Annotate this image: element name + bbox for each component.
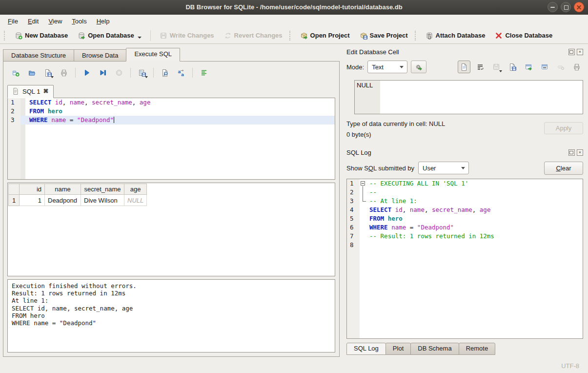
- sql-toolbar: aa: [7, 65, 335, 80]
- dock-tab-db-schema[interactable]: DB Schema: [410, 343, 459, 355]
- clear-button[interactable]: Clear: [544, 162, 583, 175]
- sql-token: "Deadpond": [417, 224, 454, 231]
- tab-browse-data[interactable]: Browse Data: [74, 49, 126, 62]
- dock-tab-remote[interactable]: Remote: [459, 343, 496, 355]
- sql-token: ,: [62, 99, 70, 106]
- toolbar-grip: [4, 31, 7, 41]
- column-header-id[interactable]: id: [20, 184, 45, 195]
- auto-apply-button[interactable]: [411, 61, 426, 73]
- menu-tools[interactable]: Tools: [67, 16, 91, 26]
- close-red-icon: [495, 32, 503, 40]
- mode-select[interactable]: Text: [367, 61, 407, 73]
- minimize-button[interactable]: [547, 2, 558, 12]
- chevron-down-icon: [145, 76, 148, 78]
- fold-margin: [20, 107, 25, 116]
- attach-database-button[interactable]: Attach Database: [421, 29, 490, 42]
- results-grid-area: idnamesecret_nameage11DeadpondDive Wilso…: [7, 183, 335, 276]
- save-sql-file-button[interactable]: [41, 66, 54, 79]
- database-open-icon: [78, 32, 85, 40]
- close-button[interactable]: [574, 2, 584, 12]
- sql-token: =: [406, 224, 417, 231]
- word-wrap-button[interactable]: [474, 61, 487, 73]
- log-filter-select[interactable]: User: [418, 162, 469, 174]
- sql-token: -- At line 1:: [369, 197, 417, 205]
- log-line-text: SELECT id, name, secret_name, age: [367, 206, 583, 214]
- sql-tab-close-icon[interactable]: ✖: [43, 88, 48, 94]
- titlebar[interactable]: DB Browser for SQLite - /home/user/code/…: [0, 0, 588, 15]
- results-table[interactable]: idnamesecret_nameage11DeadpondDive Wilso…: [8, 184, 147, 206]
- project-open-icon: [300, 32, 308, 40]
- message-line: At line 1:: [12, 297, 331, 304]
- cell-content-area[interactable]: [380, 81, 583, 114]
- cell-content-null: NULL: [355, 81, 380, 114]
- cell-editor-box[interactable]: NULL: [354, 80, 583, 114]
- dock-tab-plot[interactable]: Plot: [385, 343, 411, 355]
- fold-margin: [360, 223, 367, 232]
- toolbar-separator: [153, 68, 154, 78]
- fold-collapse-icon[interactable]: [361, 181, 365, 186]
- sql-file-tab[interactable]: SQL 1 ✖: [7, 85, 54, 98]
- text-mode-button[interactable]: [458, 61, 470, 73]
- menu-help[interactable]: Help: [92, 16, 115, 26]
- tab-execute-sql[interactable]: Execute SQL: [126, 48, 180, 62]
- window-title: DB Browser for SQLite - /home/user/code/…: [185, 3, 402, 11]
- column-header-secret_name[interactable]: secret_name: [81, 184, 124, 195]
- open-database-button[interactable]: Open Database: [73, 29, 146, 42]
- sql-token: FROM: [29, 107, 44, 115]
- column-header-age[interactable]: age: [124, 184, 147, 195]
- dock-close-icon[interactable]: ×: [577, 49, 583, 55]
- save-results-button[interactable]: [136, 66, 148, 79]
- fold-margin[interactable]: [360, 179, 367, 188]
- export-file-button[interactable]: [506, 61, 519, 73]
- menu-edit[interactable]: Edit: [23, 16, 43, 26]
- execute-all-button[interactable]: [81, 66, 93, 79]
- sql-token: hero: [388, 215, 403, 222]
- menu-view[interactable]: View: [43, 16, 67, 26]
- column-header-name[interactable]: name: [45, 184, 81, 195]
- open-sql-file-button[interactable]: [25, 66, 38, 79]
- menu-file[interactable]: File: [3, 16, 23, 26]
- apply-button[interactable]: Apply: [544, 122, 583, 134]
- dock-close-icon[interactable]: ×: [577, 149, 583, 156]
- table-cell[interactable]: Deadpond: [45, 195, 81, 206]
- maximize-button[interactable]: [561, 2, 571, 12]
- print-button[interactable]: [58, 66, 70, 79]
- log-line-text: FROM hero: [367, 214, 583, 223]
- sql-file-icon: [12, 87, 20, 95]
- log-line: 3-- At line 1:: [347, 197, 583, 206]
- execution-message-box[interactable]: Execution finished without errors.Result…: [7, 279, 335, 352]
- chevron-down-icon: [499, 70, 502, 72]
- open-project-button[interactable]: Open Project: [295, 29, 355, 42]
- dock-float-icon[interactable]: [568, 49, 575, 55]
- sql-log-view[interactable]: 1-- EXECUTING ALL IN 'SQL 1'2--3-- At li…: [346, 179, 583, 339]
- print-button[interactable]: [570, 61, 583, 73]
- find-replace-button[interactable]: aa: [175, 66, 187, 79]
- sql-file-tab-label: SQL 1: [22, 88, 40, 95]
- write-changes-icon: [160, 32, 167, 40]
- dock-float-icon[interactable]: [568, 149, 575, 156]
- execute-current-line-button[interactable]: [97, 66, 109, 79]
- find-button[interactable]: [159, 66, 171, 79]
- save-project-button[interactable]: Save Project: [355, 29, 413, 42]
- table-cell[interactable]: Dive Wilson: [81, 195, 124, 206]
- toolbar-separator: [150, 30, 151, 41]
- tab-database-structure[interactable]: Database Structure: [3, 49, 74, 62]
- format-sql-button[interactable]: [198, 66, 210, 79]
- table-row[interactable]: 11DeadpondDive WilsonNULL: [9, 195, 147, 206]
- sql-token: =: [66, 116, 77, 124]
- sql-token: secret_name: [92, 99, 132, 106]
- new-database-button[interactable]: New Database: [10, 29, 73, 42]
- open-database-label: Open Database: [88, 32, 134, 39]
- table-cell[interactable]: 1: [20, 195, 45, 206]
- revert-changes-icon: [224, 32, 232, 40]
- sql-token: [391, 206, 395, 213]
- open-external-button[interactable]: [522, 61, 535, 73]
- close-database-button[interactable]: Close Database: [490, 29, 557, 42]
- dock-tab-sql-log[interactable]: SQL Log: [346, 343, 386, 355]
- new-tab-button[interactable]: [9, 66, 22, 79]
- sql-editor[interactable]: 1SELECT id, name, secret_name, age2FROM …: [7, 98, 335, 180]
- copy-link-button[interactable]: [538, 61, 551, 73]
- cell-type-text: Type of data currently in cell: NULL: [346, 120, 539, 130]
- table-cell[interactable]: NULL: [124, 195, 147, 206]
- stop-button: [113, 66, 125, 79]
